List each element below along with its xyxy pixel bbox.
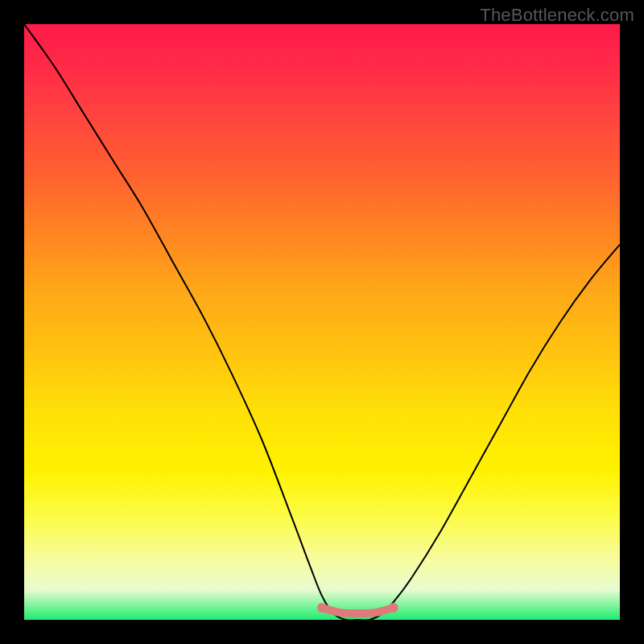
optimal-region-band xyxy=(322,608,394,613)
plot-area xyxy=(24,24,620,620)
svg-point-0 xyxy=(317,603,327,613)
chart-svg xyxy=(24,24,620,620)
watermark-text: TheBottleneck.com xyxy=(480,5,634,26)
bottleneck-curve xyxy=(24,24,620,620)
svg-point-1 xyxy=(389,603,398,613)
